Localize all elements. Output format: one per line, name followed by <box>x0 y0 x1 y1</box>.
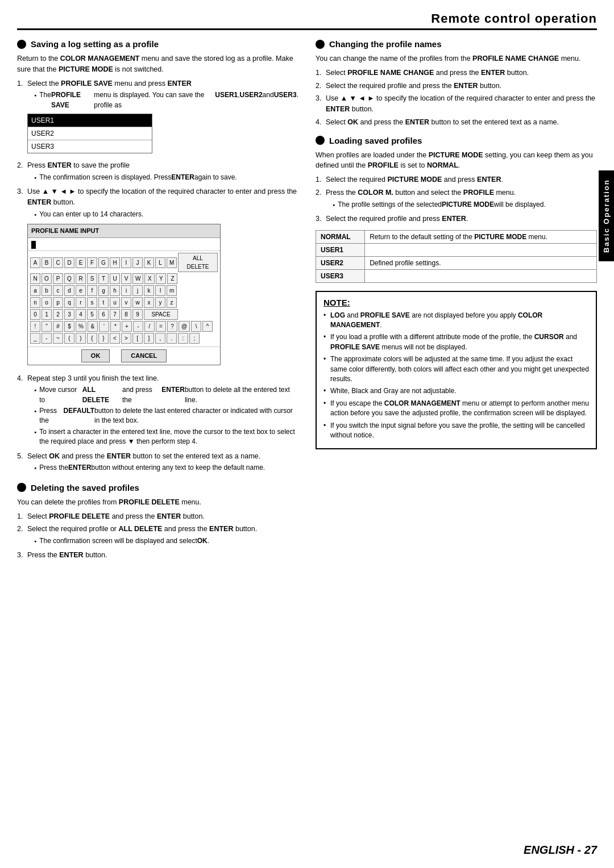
key-z[interactable]: z <box>167 297 177 308</box>
key-f[interactable]: f <box>87 285 97 296</box>
key-7[interactable]: 7 <box>110 309 120 320</box>
key-excl[interactable]: ! <box>30 321 40 332</box>
key-l[interactable]: l <box>155 285 165 296</box>
key-dash[interactable]: - <box>42 333 52 344</box>
key-F[interactable]: F <box>87 257 97 268</box>
key-lbracket[interactable]: [ <box>132 333 143 344</box>
cancel-button[interactable]: CANCEL <box>121 349 167 362</box>
key-lt[interactable]: < <box>110 333 120 344</box>
key-S[interactable]: S <box>87 273 97 284</box>
mode-desc-user3 <box>365 269 597 282</box>
key-apos[interactable]: ' <box>99 321 109 332</box>
key-e[interactable]: e <box>76 285 86 296</box>
key-dollar[interactable]: $ <box>64 321 74 332</box>
ok-button[interactable]: OK <box>81 349 110 362</box>
key-y[interactable]: y <box>155 297 165 308</box>
key-9[interactable]: 9 <box>132 309 143 320</box>
key-Z[interactable]: Z <box>167 273 177 284</box>
key-6[interactable]: 6 <box>98 309 109 320</box>
key-all-delete[interactable]: ALL DELETE <box>178 253 218 272</box>
key-2[interactable]: 2 <box>53 309 63 320</box>
key-backslash[interactable]: \ <box>191 321 201 332</box>
key-Q[interactable]: Q <box>64 273 74 284</box>
key-a[interactable]: a <box>30 285 40 296</box>
key-gt[interactable]: > <box>121 333 131 344</box>
key-1[interactable]: 1 <box>42 309 52 320</box>
key-m[interactable]: m <box>167 285 177 296</box>
key-g[interactable]: g <box>98 285 109 296</box>
key-D[interactable]: D <box>64 257 74 268</box>
key-b[interactable]: b <box>42 285 52 296</box>
key-v[interactable]: v <box>121 297 131 308</box>
key-at[interactable]: @ <box>179 321 190 332</box>
key-0[interactable]: 0 <box>30 309 40 320</box>
key-eq[interactable]: = <box>156 321 166 332</box>
key-j[interactable]: j <box>132 285 143 296</box>
key-tilde[interactable]: ~ <box>53 333 63 344</box>
key-L[interactable]: L <box>155 257 165 268</box>
key-rbrace[interactable]: } <box>98 333 109 344</box>
key-lbrace[interactable]: { <box>87 333 97 344</box>
key-o[interactable]: o <box>42 297 52 308</box>
key-P[interactable]: P <box>53 273 63 284</box>
key-amp[interactable]: & <box>88 321 98 332</box>
key-K[interactable]: K <box>144 257 154 268</box>
key-q[interactable]: q <box>64 297 74 308</box>
key-i[interactable]: i <box>121 285 131 296</box>
key-N[interactable]: N <box>30 273 40 284</box>
key-V[interactable]: V <box>121 273 131 284</box>
key-5[interactable]: 5 <box>87 309 97 320</box>
note-list: LOG and PROFILE SAVE are not displayed b… <box>323 311 589 441</box>
key-semi[interactable]: ; <box>189 333 200 344</box>
key-space[interactable]: SPACE <box>144 309 178 320</box>
key-dot[interactable]: . <box>167 333 177 344</box>
key-comma[interactable]: , <box>155 333 165 344</box>
key-rparen[interactable]: ) <box>76 333 86 344</box>
key-lparen[interactable]: ( <box>64 333 74 344</box>
key-k[interactable]: k <box>144 285 154 296</box>
key-Y[interactable]: Y <box>156 273 166 284</box>
step-1: 1. Select the PROFILE SAVE menu and pres… <box>17 78 298 158</box>
key-U[interactable]: U <box>110 273 120 284</box>
key-r[interactable]: r <box>76 297 86 308</box>
key-x[interactable]: x <box>144 297 154 308</box>
key-M[interactable]: M <box>167 257 177 268</box>
key-d[interactable]: d <box>64 285 74 296</box>
key-4[interactable]: 4 <box>76 309 86 320</box>
key-O[interactable]: O <box>42 273 52 284</box>
key-E[interactable]: E <box>76 257 86 268</box>
key-J[interactable]: J <box>132 257 143 268</box>
key-underscore[interactable]: _ <box>30 333 40 344</box>
key-rbracket[interactable]: ] <box>144 333 154 344</box>
key-minus[interactable]: - <box>133 321 143 332</box>
key-c[interactable]: c <box>53 285 63 296</box>
key-I[interactable]: I <box>121 257 131 268</box>
key-s[interactable]: s <box>87 297 97 308</box>
key-star[interactable]: * <box>110 321 121 332</box>
key-percent[interactable]: % <box>76 321 86 332</box>
key-H[interactable]: H <box>110 257 120 268</box>
key-w[interactable]: w <box>132 297 143 308</box>
key-quest[interactable]: ? <box>167 321 177 332</box>
key-3[interactable]: 3 <box>64 309 74 320</box>
key-n[interactable]: n <box>30 297 40 308</box>
key-hash[interactable]: # <box>53 321 63 332</box>
key-A[interactable]: A <box>30 257 40 268</box>
key-W[interactable]: W <box>132 273 143 284</box>
key-p[interactable]: p <box>53 297 63 308</box>
key-T[interactable]: T <box>98 273 109 284</box>
key-C[interactable]: C <box>53 257 63 268</box>
key-B[interactable]: B <box>42 257 52 268</box>
key-caret[interactable]: ^ <box>202 321 213 332</box>
key-colon[interactable]: : <box>178 333 188 344</box>
key-8[interactable]: 8 <box>121 309 131 320</box>
key-t[interactable]: t <box>98 297 109 308</box>
key-plus[interactable]: + <box>122 321 132 332</box>
key-h[interactable]: h <box>110 285 120 296</box>
key-quote[interactable]: " <box>42 321 52 332</box>
key-slash[interactable]: / <box>144 321 155 332</box>
key-u[interactable]: u <box>110 297 120 308</box>
key-G[interactable]: G <box>98 257 109 268</box>
key-X[interactable]: X <box>144 273 155 284</box>
key-R[interactable]: R <box>76 273 86 284</box>
